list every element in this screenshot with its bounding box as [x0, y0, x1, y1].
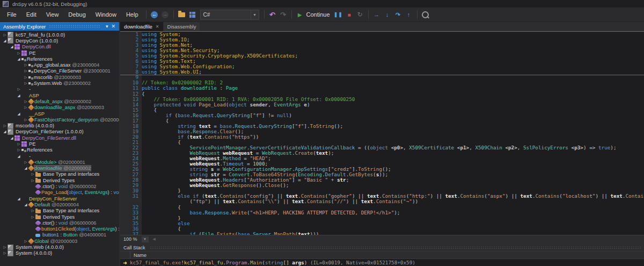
expander-closed-icon[interactable]: ▷ [2, 245, 8, 249]
close-icon[interactable]: ✕ [109, 24, 117, 29]
expander-open-icon[interactable]: ◢ [9, 45, 14, 49]
tree-item[interactable]: button1Clicked(object, EventArgs) : void [0, 226, 119, 232]
expander-closed-icon[interactable]: ▷ [23, 69, 28, 73]
panel-menu-icon[interactable]: ▾ [104, 24, 110, 29]
step-into-icon[interactable]: ↓ [383, 10, 392, 19]
expander-open-icon[interactable]: ◢ [9, 136, 14, 140]
tree-item[interactable]: ▷System (4.0.0.0) [0, 250, 119, 256]
tree-item[interactable]: ▷Base Type and Interfaces [0, 171, 119, 177]
tree-item[interactable]: ▷Base Type and Interfaces [0, 208, 119, 214]
menu-debug[interactable]: Debug [63, 8, 90, 21]
tree-item[interactable]: ◢DerpyCon (1.0.0.0) [0, 38, 119, 44]
expander-closed-icon[interactable]: ▷ [30, 209, 35, 213]
tree-item[interactable]: ▷Derived Types [0, 214, 119, 220]
open-file-icon[interactable] [177, 10, 187, 19]
search-icon[interactable] [421, 10, 430, 19]
tab-downloadfile[interactable]: downloadfile✕ [120, 22, 163, 31]
tree-item[interactable]: ◢DerpyCon_FileServer.dll [0, 135, 119, 141]
expander-open-icon[interactable]: ◢ [16, 94, 21, 98]
expander-open-icon[interactable]: ◢ [16, 154, 21, 159]
forward-icon[interactable]: → [160, 10, 170, 19]
redo-icon[interactable]: ↷ [279, 10, 288, 19]
tab-disassembly[interactable]: Disassembly [164, 22, 200, 31]
open-module-icon[interactable] [188, 10, 197, 19]
expander-closed-icon[interactable]: ▷ [30, 215, 35, 219]
tree-item[interactable]: ▷App_global.asax @23000004 [0, 62, 119, 68]
close-icon[interactable]: ✕ [156, 24, 159, 29]
tree-item[interactable]: .ctor() : void @06000006 [0, 220, 119, 226]
expander-closed-icon[interactable]: ▷ [2, 251, 8, 255]
zoom-dropdown-icon[interactable]: ▼ [142, 236, 149, 242]
tree-item[interactable]: ▷PE [0, 141, 119, 147]
tree-item[interactable]: ◢- [0, 153, 119, 159]
tree-item[interactable]: ▷Global @02000003 [0, 238, 119, 244]
expander-open-icon[interactable]: ◢ [23, 166, 28, 170]
language-combobox[interactable]: C# ▼ [200, 10, 259, 20]
tree-item[interactable]: ▷PE [0, 50, 119, 56]
tree-item[interactable]: button1 : Button @04000001 [0, 232, 119, 238]
tree-item[interactable]: ▷<Module> @02000001 [0, 159, 119, 165]
tree-item[interactable]: ◢DerpyCon_FileServer (1.0.0.0) [0, 129, 119, 135]
expander-open-icon[interactable]: ◢ [2, 39, 8, 43]
menu-file[interactable]: File [2, 8, 21, 21]
tree-item[interactable]: ▷FastObjectFactory_derpycon @02000004 [0, 117, 119, 123]
expander-closed-icon[interactable]: ▷ [16, 87, 21, 91]
tree-item[interactable]: ▷DerpyCon_FileServer @23000001 [0, 68, 119, 74]
tree-item[interactable]: ◢downloadfile @02000002 [0, 166, 119, 171]
expander-closed-icon[interactable]: ▷ [16, 51, 21, 55]
menu-help[interactable]: Help [121, 8, 143, 21]
stack-frame-row[interactable]: ➜kc57_final_fu.exe!kc57_final_fu.Program… [120, 259, 644, 266]
expander-closed-icon[interactable]: ▷ [23, 63, 28, 67]
show-next-statement-icon[interactable]: → [372, 10, 382, 19]
stop-icon[interactable]: ■ [345, 10, 354, 19]
tree-item[interactable]: ▷Derived Types [0, 177, 119, 183]
zoom-level[interactable]: 100 % [120, 236, 142, 242]
expander-open-icon[interactable]: ◢ [16, 197, 21, 201]
back-icon[interactable]: ← [150, 10, 159, 19]
tree-item[interactable]: ▷default_aspx @02000002 [0, 98, 119, 104]
tree-item[interactable]: ◢DerpyCon.dll [0, 44, 119, 50]
code-editor[interactable]: 1using System;2using System.IO;3using Sy… [120, 31, 644, 235]
expander-closed-icon[interactable]: ▷ [23, 105, 28, 110]
expander-closed-icon[interactable]: ▷ [16, 148, 21, 152]
expander-closed-icon[interactable]: ▷ [2, 33, 8, 37]
tree-item[interactable]: ◢Default @02000004 [0, 202, 119, 207]
tree-item[interactable]: ◢__ASP [0, 111, 119, 117]
tree-item[interactable]: ▷System.Web (4.0.0.0) [0, 244, 119, 250]
tree-item[interactable]: ▷References [0, 147, 119, 153]
expander-open-icon[interactable]: ◢ [2, 130, 8, 134]
tree-item[interactable]: ◢DerpyCon_FileServer [0, 196, 119, 202]
tree-item[interactable]: ▷mscorlib (4.0.0.0) [0, 123, 119, 128]
scroll-left-icon[interactable]: ◀ [151, 237, 158, 241]
continue-play-icon[interactable]: ▶ [295, 10, 305, 19]
tree-item[interactable]: ◢ASP [0, 92, 119, 98]
expander-closed-icon[interactable]: ▷ [16, 142, 21, 146]
menu-window[interactable]: Window [91, 8, 121, 21]
step-over-icon[interactable]: ↷ [393, 10, 403, 19]
horizontal-scrollbar[interactable]: ◀ [151, 235, 644, 243]
menu-edit[interactable]: Edit [21, 8, 41, 21]
tree-item[interactable]: ▷kc57_final_fu (1.0.0.0) [0, 32, 119, 38]
tree-item[interactable]: Page_Load(object, EventArgs) : void @060… [0, 190, 119, 196]
expander-closed-icon[interactable]: ▷ [30, 172, 35, 176]
tree-item[interactable]: ▷System.Web @23000002 [0, 80, 119, 86]
name-column-header[interactable]: Name [130, 253, 147, 258]
undo-icon[interactable]: ↶ [268, 10, 277, 19]
expander-closed-icon[interactable]: ▷ [23, 81, 28, 85]
expander-closed-icon[interactable]: ▷ [2, 124, 8, 128]
tree-item[interactable]: ▷downloadfile_aspx @02000003 [0, 105, 119, 111]
expander-open-icon[interactable]: ◢ [16, 57, 21, 61]
restart-icon[interactable]: ↻ [355, 10, 365, 19]
pause-icon[interactable]: ❚❚ [334, 10, 343, 19]
expander-closed-icon[interactable]: ▷ [30, 178, 35, 183]
step-out-icon[interactable]: ↑ [404, 10, 414, 19]
expander-open-icon[interactable]: ◢ [16, 112, 21, 116]
tree-item[interactable]: ▷mscorlib @23000003 [0, 74, 119, 80]
tree-item[interactable]: .ctor() : void @06000002 [0, 183, 119, 189]
continue-button[interactable]: Continue [306, 11, 330, 18]
tree-item[interactable]: ▷- [0, 87, 119, 92]
expander-closed-icon[interactable]: ▷ [23, 75, 28, 80]
tree-item[interactable]: ◢References [0, 56, 119, 62]
chevron-down-icon[interactable]: ▼ [251, 10, 259, 19]
menu-view[interactable]: View [41, 8, 64, 21]
